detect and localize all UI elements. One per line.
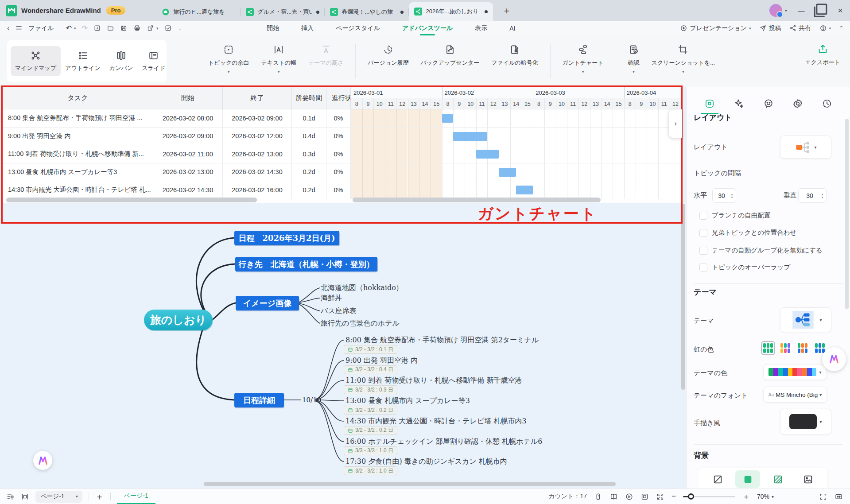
background-solid-option[interactable] <box>735 470 760 488</box>
mindmap-task[interactable]: 11:00 到着 荷物受け取り・札幌へ移動準備 新千歳空港 <box>345 376 522 385</box>
redo-icon[interactable]: ↷ <box>82 24 88 32</box>
zoom-level-dropdown[interactable]: 70%▾ <box>757 493 774 500</box>
document-tab[interactable]: 旅行のヒ...適な旅を <box>156 3 241 21</box>
edrawmind-ai-watermark-button[interactable] <box>33 451 52 470</box>
avatar-caret-icon[interactable]: ▾ <box>785 8 787 13</box>
help-button[interactable]: ▾ <box>819 24 831 32</box>
gantt-column-header[interactable]: 開始 <box>153 87 223 109</box>
menu-tab-AI[interactable]: AI <box>508 21 516 35</box>
task-duration-badge[interactable]: 3/2 - 3/2 : 0.1 日 <box>344 345 397 354</box>
mindmap-image-child[interactable]: バス座席表 <box>321 306 357 315</box>
undo-caret-icon[interactable]: ▾ <box>74 26 76 31</box>
gantt-bar[interactable] <box>442 114 454 123</box>
tab-ai-sparkle-icon[interactable] <box>729 94 749 113</box>
dropdown-caret-icon[interactable]: ▾ <box>682 70 684 73</box>
save-icon[interactable] <box>120 24 128 32</box>
gantt-table-scrollbar[interactable] <box>6 198 257 202</box>
mindmap-task[interactable]: 14:30 市内観光 大通公園・時計台・テレビ塔 札幌市内3 <box>345 417 527 426</box>
task-duration-badge[interactable]: 3/2 - 3/2 : 0.4 日 <box>344 365 397 374</box>
checkbox-1[interactable] <box>699 229 707 237</box>
slide-frame-icon[interactable] <box>21 492 29 501</box>
rainbow-swatch[interactable] <box>761 341 775 355</box>
proofread-icon[interactable] <box>164 24 172 32</box>
topic-margin-button[interactable]: トピックの余白▾ <box>208 42 249 73</box>
gantt-table-row[interactable]: 14:30 市内観光 大通公園・時計台・テレビ塔 札...2026-03-02 … <box>3 181 351 199</box>
task-duration-badge[interactable]: 3/2 - 3/2 : 1.0 日 <box>344 466 397 475</box>
mindmap-view-button[interactable]: マインドマップ <box>11 46 61 76</box>
document-tab[interactable]: 2026年...旅のしおり <box>409 2 493 21</box>
zoom-slider-thumb[interactable] <box>688 493 694 500</box>
checkbox-2[interactable] <box>699 247 707 255</box>
task-duration-badge[interactable]: 3/3 - 3/3 : 1.0 日 <box>344 446 397 455</box>
mindmap-task[interactable]: 13:00 昼食 札幌市内 スープカレー等3 <box>345 396 470 405</box>
background-image-option[interactable] <box>796 470 820 488</box>
gantt-button[interactable]: ガントチャート▾ <box>563 42 604 73</box>
text-width-button[interactable]: テキストの幅▾ <box>261 42 297 73</box>
presentation-button[interactable]: プレゼンテーション ▾ <box>680 24 751 32</box>
theme-color-dropdown[interactable]: ▾ <box>763 364 827 380</box>
fit-width-icon[interactable] <box>834 492 843 501</box>
task-duration-badge[interactable]: 3/2 - 3/2 : 0.2 日 <box>344 426 397 435</box>
sidebar-scrollbar[interactable] <box>845 119 849 309</box>
gantt-column-header[interactable]: 所要時間 <box>292 87 326 109</box>
new-tab-button[interactable]: ＋ <box>499 4 514 17</box>
collapse-ribbon-button[interactable]: ⌃ <box>839 25 844 31</box>
gantt-bar[interactable] <box>476 150 499 159</box>
gantt-table-row[interactable]: 8:00 集合 航空券配布・手荷物預け 羽田空港 ...2026-03-02 0… <box>3 109 351 128</box>
gantt-collapse-button[interactable]: › <box>669 109 682 138</box>
zoom-in-button[interactable]: ＋ <box>742 492 750 502</box>
dropdown-caret-icon[interactable]: ▾ <box>582 70 584 73</box>
version-history-button[interactable]: バージョン履歴 <box>368 42 408 67</box>
menu-tab-ページスタイル[interactable]: ページスタイル <box>335 21 381 35</box>
menu-tab-表示[interactable]: 表示 <box>474 21 488 35</box>
kanban-view-button[interactable]: カンバン <box>105 46 137 76</box>
file-encrypt-button[interactable]: ファイルの暗号化 <box>491 42 538 67</box>
gantt-table-row[interactable]: 9:00 出発 羽田空港 内2026-03-02 09:002026-03-02… <box>3 128 351 146</box>
document-tab[interactable]: グルメ・宿...光・買い物 <box>241 3 325 21</box>
dropdown-caret-icon[interactable]: ▾ <box>278 70 280 73</box>
edrawmind-ai-assistant-button[interactable] <box>822 347 846 371</box>
more-tools-icon[interactable]: ⌄ <box>179 26 182 31</box>
post-button[interactable]: 投稿 <box>759 24 781 32</box>
handdrawn-dropdown[interactable]: ▾ <box>780 409 831 434</box>
share-button[interactable]: 共有 <box>789 24 811 32</box>
rainbow-swatch[interactable] <box>796 341 810 355</box>
gantt-bar[interactable] <box>453 132 487 141</box>
menu-tab-開始[interactable]: 開始 <box>266 21 280 35</box>
mindmap-node-details[interactable]: 日程詳細 <box>234 393 284 407</box>
file-menu[interactable]: ファイル <box>28 24 54 32</box>
page-selector[interactable]: ページ-1▾ <box>35 491 82 503</box>
dropdown-caret-icon[interactable]: ▾ <box>633 70 635 73</box>
task-duration-badge[interactable]: 3/2 - 3/2 : 0.3 日 <box>344 385 397 394</box>
tab-sticker-icon[interactable] <box>759 94 778 113</box>
checkbox-0[interactable] <box>699 212 707 220</box>
fullscreen-icon[interactable] <box>819 492 827 501</box>
tab-format-icon[interactable] <box>700 94 719 113</box>
theme-dropdown[interactable]: ▾ <box>780 307 831 332</box>
layout-dropdown[interactable]: ▾ <box>780 136 831 159</box>
mindmap-image-child[interactable]: 旅行先の雪景色のホテル <box>321 319 400 328</box>
back-icon[interactable]: ‹ <box>7 24 9 32</box>
menu-tab-挿入[interactable]: 挿入 <box>300 21 314 35</box>
screenshot-button[interactable]: スクリーンショットを...▾ <box>652 42 715 73</box>
avatar[interactable] <box>769 4 782 17</box>
share-file-caret-icon[interactable]: ▾ <box>156 26 159 31</box>
pages-view-icon[interactable] <box>609 492 618 501</box>
print-icon[interactable] <box>133 24 141 32</box>
share-file-icon[interactable] <box>147 24 154 32</box>
gantt-column-header[interactable]: 終了 <box>223 87 292 109</box>
mindmap-node-images[interactable]: イメージ画像 <box>236 296 299 310</box>
canvas-horizontal-scrollbar[interactable] <box>204 482 616 486</box>
mindmap-task[interactable]: 8:00 集合 航空券配布・手荷物預け 羽田空港 第2ターミナル <box>345 336 539 345</box>
mindmap-image-child[interactable]: 北海道地図（hokkaido） <box>321 283 403 292</box>
gantt-table-row[interactable]: 11:00 到着 荷物受け取り・札幌へ移動準備 新...2026-03-02 1… <box>3 145 351 163</box>
backup-center-button[interactable]: バックアップセンター <box>421 42 480 67</box>
mindmap-node-destination[interactable]: 行き先 北海道（札幌・小樽・登別） <box>235 257 377 271</box>
review-button[interactable]: 確認▾ <box>628 42 640 73</box>
dropdown-caret-icon[interactable]: ▾ <box>228 70 230 73</box>
outline-panel-icon[interactable] <box>6 492 15 501</box>
zoom-out-button[interactable]: − <box>671 492 676 501</box>
mindmap-task[interactable]: 9:00 出発 羽田空港 内 <box>345 356 418 365</box>
select-frame-icon[interactable] <box>640 492 649 501</box>
hamburger-menu-icon[interactable] <box>15 24 23 32</box>
